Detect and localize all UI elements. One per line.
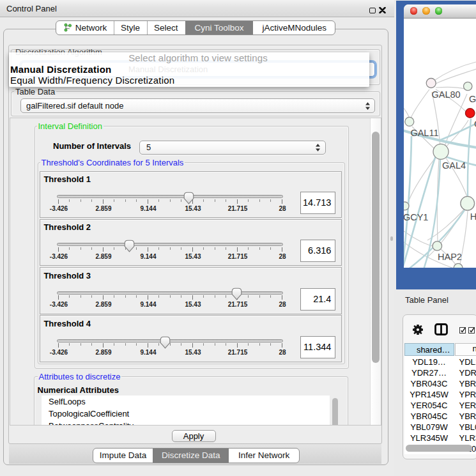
svg-text:GAL11: GAL11	[410, 128, 438, 138]
svg-text:GAL80: GAL80	[432, 89, 461, 100]
svg-text:GCY1: GCY1	[404, 212, 428, 222]
svg-text:GAL4: GAL4	[442, 160, 466, 171]
svg-text:H: H	[470, 211, 476, 222]
svg-text:G.: G.	[469, 94, 476, 104]
svg-text:HAP2: HAP2	[438, 252, 462, 262]
